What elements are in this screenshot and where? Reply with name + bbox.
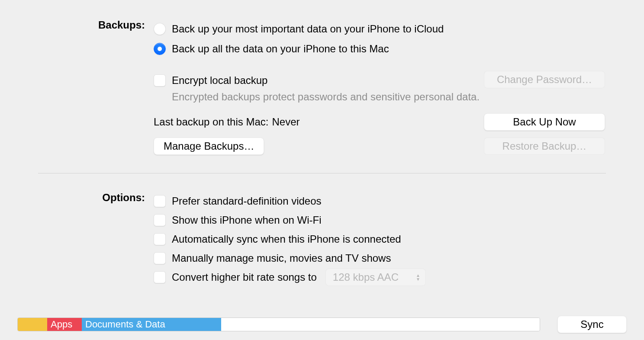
last-backup-label: Last backup on this Mac:: [154, 116, 268, 128]
bitrate-dropdown-value: 128 kbps AAC: [333, 271, 399, 283]
encrypt-backup-hint: Encrypted backups protect passwords and …: [172, 91, 484, 103]
encrypt-backup-label: Encrypt local backup: [172, 74, 267, 87]
change-password-button: Change Password…: [484, 71, 605, 88]
backups-section-label: Backups:: [0, 19, 154, 31]
option-manual-manage-checkbox[interactable]: [154, 252, 166, 264]
backup-mac-radio[interactable]: [154, 43, 166, 55]
storage-bar: Apps Documents & Data: [17, 318, 540, 331]
option-convert-bitrate-checkbox[interactable]: [154, 271, 166, 283]
sync-button[interactable]: Sync: [557, 316, 627, 333]
storage-segment-free: [221, 318, 540, 331]
restore-backup-button: Restore Backup…: [484, 138, 605, 155]
backup-icloud-radio[interactable]: [154, 23, 166, 35]
option-wifi-checkbox[interactable]: [154, 214, 166, 226]
manage-backups-button[interactable]: Manage Backups…: [154, 138, 264, 155]
option-wifi-label: Show this iPhone when on Wi-Fi: [172, 214, 322, 226]
backup-icloud-label: Back up your most important data on your…: [172, 23, 444, 35]
option-sd-videos-checkbox[interactable]: [154, 195, 166, 207]
bitrate-dropdown: 128 kbps AAC ▲▼: [325, 269, 426, 286]
backup-mac-label: Back up all the data on your iPhone to t…: [172, 43, 389, 55]
back-up-now-button[interactable]: Back Up Now: [484, 113, 605, 131]
updown-icon: ▲▼: [416, 274, 420, 281]
options-section-label: Options:: [0, 192, 154, 204]
storage-segment-other: [18, 318, 47, 331]
option-sd-videos-label: Prefer standard-definition videos: [172, 195, 322, 207]
option-autosync-label: Automatically sync when this iPhone is c…: [172, 233, 401, 245]
encrypt-backup-checkbox[interactable]: [154, 74, 166, 87]
option-convert-bitrate-label: Convert higher bit rate songs to: [172, 271, 317, 283]
option-manual-manage-label: Manually manage music, movies and TV sho…: [172, 252, 391, 264]
storage-segment-apps: Apps: [47, 318, 82, 331]
storage-segment-documents: Documents & Data: [82, 318, 221, 331]
option-autosync-checkbox[interactable]: [154, 233, 166, 245]
last-backup-value: Never: [272, 116, 299, 128]
